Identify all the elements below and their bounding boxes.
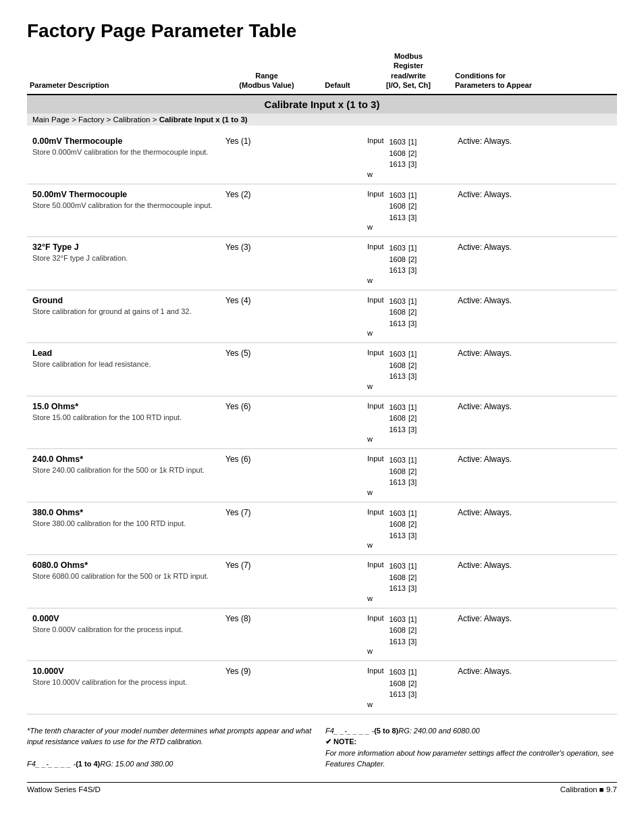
param-conditions: Active: Always. bbox=[452, 294, 617, 307]
page-footer: Watlow Series F4S/D Calibration ■ 9.7 bbox=[27, 782, 617, 793]
param-name: 15.0 Ohms* bbox=[30, 402, 220, 411]
param-default bbox=[311, 294, 365, 297]
param-name: 32°F Type J bbox=[30, 242, 220, 252]
param-name-desc-7: 380.0 Ohms*Store 380.00 calibration for … bbox=[27, 506, 223, 530]
param-modbus: Input160316081613[1][2][3]w bbox=[365, 613, 452, 657]
param-default bbox=[311, 613, 365, 615]
param-conditions: Active: Always. bbox=[452, 506, 617, 519]
param-name-desc-10: 10.000VStore 10.000V calibration for the… bbox=[27, 665, 223, 689]
param-name: 10.000V bbox=[30, 667, 220, 676]
param-name-desc-4: LeadStore calibration for lead resistanc… bbox=[27, 347, 223, 371]
breadcrumb: Main Page > Factory > Calibration > Cali… bbox=[27, 113, 617, 126]
param-desc: Store calibration for lead resistance. bbox=[30, 358, 220, 369]
table-row: 380.0 Ohms*Store 380.00 calibration for … bbox=[27, 502, 617, 556]
param-desc: Store 240.00 calibration for the 500 or … bbox=[30, 464, 220, 475]
param-range: Yes (1) bbox=[223, 135, 311, 147]
param-conditions: Active: Always. bbox=[452, 559, 617, 571]
param-conditions: Active: Always. bbox=[452, 453, 617, 465]
param-default bbox=[311, 559, 365, 562]
param-desc: Store 32°F type J calibration. bbox=[30, 252, 220, 263]
param-name-desc-9: 0.000VStore 0.000V calibration for the p… bbox=[27, 613, 223, 636]
param-default bbox=[311, 135, 365, 138]
footer-section: *The tenth character of your model numbe… bbox=[27, 725, 617, 770]
param-desc: Store 380.00 calibration for the 100 RTD… bbox=[30, 517, 220, 529]
param-default bbox=[311, 506, 365, 509]
param-default bbox=[311, 188, 365, 191]
param-conditions: Active: Always. bbox=[452, 188, 617, 201]
table-row: 240.0 Ohms*Store 240.00 calibration for … bbox=[27, 449, 617, 502]
param-name: 0.000V bbox=[30, 614, 220, 623]
param-name-desc-0: 0.00mV ThermocoupleStore 0.000mV calibra… bbox=[27, 135, 223, 159]
param-default bbox=[311, 665, 365, 668]
param-name: Lead bbox=[30, 348, 220, 358]
param-name-desc-6: 240.0 Ohms*Store 240.00 calibration for … bbox=[27, 453, 223, 477]
param-conditions: Active: Always. bbox=[452, 665, 617, 677]
param-desc: Store 6080.00 calibration for the 500 or… bbox=[30, 570, 220, 581]
param-conditions: Active: Always. bbox=[452, 400, 617, 413]
param-conditions: Active: Always. bbox=[452, 347, 617, 359]
param-name-desc-3: GroundStore calibration for ground at ga… bbox=[27, 294, 223, 318]
param-default bbox=[311, 347, 365, 350]
param-modbus: Input160316081613[1][2][3]w bbox=[365, 347, 452, 392]
param-modbus: Input160316081613[1][2][3]w bbox=[365, 506, 452, 551]
col-conditions-header: Conditions for Parameters to Appear bbox=[452, 70, 617, 92]
param-name: 0.00mV Thermocouple bbox=[30, 136, 220, 146]
param-range: Yes (5) bbox=[223, 347, 311, 359]
param-range: Yes (7) bbox=[223, 506, 311, 519]
param-modbus: Input160316081613[1][2][3]w bbox=[365, 135, 452, 180]
param-desc: Store 10.000V calibration for the proces… bbox=[30, 676, 220, 687]
param-default bbox=[311, 453, 365, 456]
col-default-header: Default bbox=[311, 79, 365, 91]
param-modbus: Input160316081613[1][2][3]w bbox=[365, 453, 452, 498]
param-range: Yes (9) bbox=[223, 665, 311, 677]
footer-left: *The tenth character of your model numbe… bbox=[27, 725, 319, 770]
param-modbus: Input160316081613[1][2][3]w bbox=[365, 400, 452, 445]
param-modbus: Input160316081613[1][2][3]w bbox=[365, 559, 452, 604]
table-row: 0.000VStore 0.000V calibration for the p… bbox=[27, 608, 617, 662]
parameter-table: 0.00mV ThermocoupleStore 0.000mV calibra… bbox=[27, 131, 617, 714]
param-name-desc-2: 32°F Type JStore 32°F type J calibration… bbox=[27, 241, 223, 265]
table-row: GroundStore calibration for ground at ga… bbox=[27, 290, 617, 344]
table-row: 0.00mV ThermocoupleStore 0.000mV calibra… bbox=[27, 131, 617, 184]
page-title: Factory Page Parameter Table bbox=[27, 20, 617, 42]
col-param-header: Parameter Description bbox=[27, 79, 223, 91]
table-row: LeadStore calibration for lead resistanc… bbox=[27, 343, 617, 396]
param-name: 50.00mV Thermocouple bbox=[30, 190, 220, 199]
param-default bbox=[311, 241, 365, 244]
param-desc: Store 15.00 calibration for the 100 RTD … bbox=[30, 411, 220, 423]
param-name: Ground bbox=[30, 296, 220, 305]
col-modbus-header: Modbus Register read/write [I/O, Set, Ch… bbox=[365, 50, 452, 91]
param-range: Yes (7) bbox=[223, 559, 311, 571]
param-name: 240.0 Ohms* bbox=[30, 454, 220, 464]
param-modbus: Input160316081613[1][2][3]w bbox=[365, 294, 452, 339]
param-range: Yes (6) bbox=[223, 400, 311, 413]
param-conditions: Active: Always. bbox=[452, 241, 617, 253]
param-desc: Store 0.000V calibration for the process… bbox=[30, 623, 220, 635]
table-row: 6080.0 Ohms*Store 6080.00 calibration fo… bbox=[27, 555, 617, 608]
param-range: Yes (6) bbox=[223, 453, 311, 465]
param-conditions: Active: Always. bbox=[452, 613, 617, 625]
footer-right: F4_ _-_ _ _ _ -(5 to 8)RG: 240.00 and 60… bbox=[325, 725, 617, 770]
footer-brand: Watlow Series F4S/D bbox=[27, 785, 101, 793]
param-name-desc-8: 6080.0 Ohms*Store 6080.00 calibration fo… bbox=[27, 559, 223, 583]
table-row: 50.00mV ThermocoupleStore 50.000mV calib… bbox=[27, 184, 617, 238]
section-title: Calibrate Input x (1 to 3) bbox=[27, 95, 617, 113]
col-range-header: Range (Modbus Value) bbox=[223, 70, 311, 92]
param-modbus: Input160316081613[1][2][3]w bbox=[365, 241, 452, 286]
param-name: 380.0 Ohms* bbox=[30, 508, 220, 517]
table-row: 10.000VStore 10.000V calibration for the… bbox=[27, 661, 617, 714]
param-desc: Store 0.000mV calibration for the thermo… bbox=[30, 146, 220, 157]
param-range: Yes (8) bbox=[223, 613, 311, 625]
param-range: Yes (4) bbox=[223, 294, 311, 307]
param-name-desc-5: 15.0 Ohms*Store 15.00 calibration for th… bbox=[27, 400, 223, 424]
param-desc: Store calibration for ground at gains of… bbox=[30, 305, 220, 317]
param-range: Yes (3) bbox=[223, 241, 311, 253]
footer-page: Calibration ■ 9.7 bbox=[560, 785, 617, 793]
param-desc: Store 50.000mV calibration for the therm… bbox=[30, 199, 220, 211]
param-name-desc-1: 50.00mV ThermocoupleStore 50.000mV calib… bbox=[27, 188, 223, 212]
param-default bbox=[311, 400, 365, 403]
param-range: Yes (2) bbox=[223, 188, 311, 201]
param-conditions: Active: Always. bbox=[452, 135, 617, 147]
table-row: 15.0 Ohms*Store 15.00 calibration for th… bbox=[27, 396, 617, 450]
table-row: 32°F Type JStore 32°F type J calibration… bbox=[27, 237, 617, 290]
